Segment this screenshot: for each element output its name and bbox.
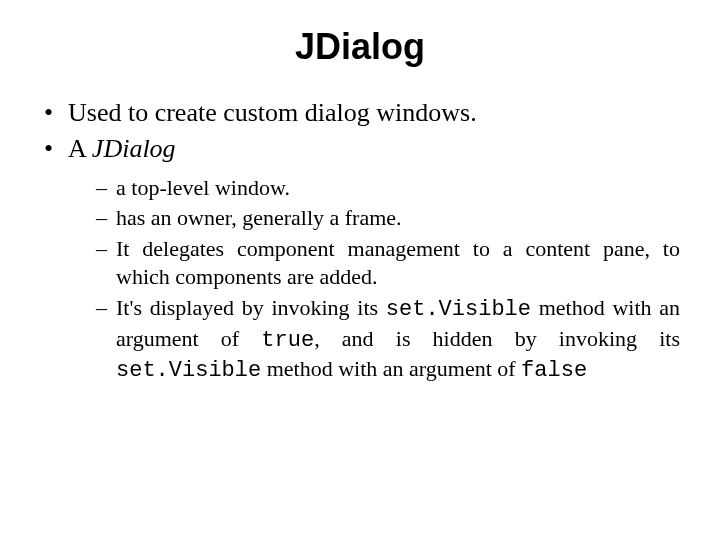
code-text: set.Visible: [386, 297, 531, 322]
bullet-text: Used to create custom dialog windows.: [68, 98, 477, 127]
code-text: false: [521, 358, 587, 383]
bullet-list-level1: Used to create custom dialog windows. A …: [30, 96, 690, 386]
bullet-text: A: [68, 134, 92, 163]
sub-bullet-text: a top-level window.: [116, 175, 290, 200]
code-text: true: [261, 328, 314, 353]
bullet-list-level2: a top-level window. has an owner, genera…: [68, 174, 680, 386]
bullet-text-italic: JDialog: [92, 134, 176, 163]
code-text: set.Visible: [116, 358, 261, 383]
slide-title: JDialog: [30, 26, 690, 68]
bullet-item: A JDialog a top-level window. has an own…: [44, 132, 680, 386]
sub-bullet-item: has an owner, generally a frame.: [96, 204, 680, 233]
sub-bullet-item: a top-level window.: [96, 174, 680, 203]
sub-bullet-item: It delegates component management to a c…: [96, 235, 680, 292]
sub-bullet-text: It's displayed by invoking its: [116, 295, 386, 320]
sub-bullet-text: , and is hidden by invoking its: [314, 326, 680, 351]
sub-bullet-item: It's displayed by invoking its set.Visib…: [96, 294, 680, 386]
slide: JDialog Used to create custom dialog win…: [0, 0, 720, 540]
sub-bullet-text: has an owner, generally a frame.: [116, 205, 402, 230]
bullet-item: Used to create custom dialog windows.: [44, 96, 680, 130]
sub-bullet-text: method with an argument of: [261, 356, 521, 381]
sub-bullet-text: It delegates component management to a c…: [116, 236, 680, 290]
